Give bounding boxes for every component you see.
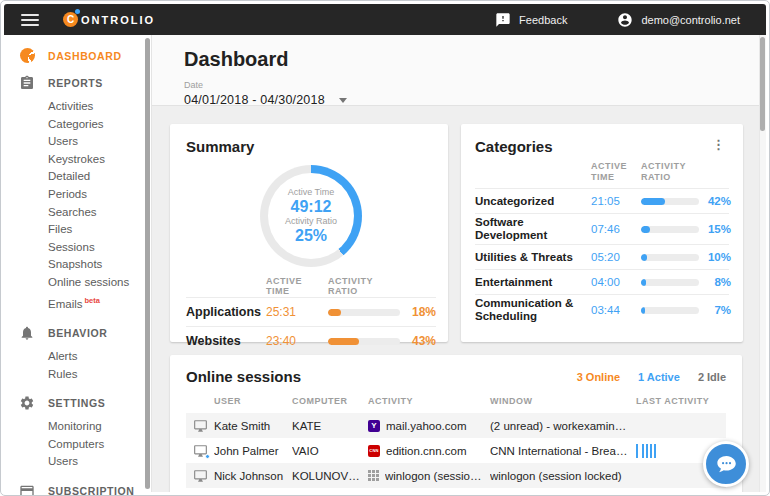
caret-down-icon [339,98,347,103]
sidebar: DASHBOARD REPORTS Activities Categories … [4,35,152,492]
categories-col-active-time: ACTIVE TIME [591,161,641,183]
controlio-logo[interactable]: C ONTROLIO [63,12,155,27]
sidebar-item-detailed[interactable]: Detailed [4,168,151,186]
logo-text: ONTROLIO [81,14,155,26]
sidebar-item-periods[interactable]: Periods [4,186,151,204]
active-session-dot [205,454,210,459]
sidebar-item-files[interactable]: Files [4,221,151,239]
main-area: Dashboard Date 04/01/2018 - 04/30/2018 S… [152,35,766,492]
session-row-john[interactable]: John Palmer VAIO CNNedition.cnn.com CNN … [186,438,726,463]
status-idle-count[interactable]: 2 Idle [698,371,726,383]
active-time-label: Active Time [288,187,335,197]
summary-row-websites: Websites 23:40 43% [186,326,436,355]
col-user: USER [214,396,292,406]
chat-bubble-icon [713,451,739,477]
date-range-value: 04/01/2018 - 04/30/2018 [184,93,325,107]
credit-card-icon [19,483,35,496]
sidebar-item-online-sessions[interactable]: Online sessions [4,274,151,292]
category-row: Communication & Scheduling 03:44 7% [475,294,729,325]
feedback-label: Feedback [519,14,567,26]
top-bar: C ONTROLIO Feedback demo@controlio.net [4,4,766,35]
sidebar-item-computers[interactable]: Computers [4,436,151,454]
sidebar-section-behavior[interactable]: BEHAVIOR [4,319,151,347]
sidebar-item-settings-users[interactable]: Users [4,453,151,471]
categories-title: Categories [475,138,553,155]
category-ratio-bar [641,279,699,286]
sidebar-item-categories[interactable]: Categories [4,116,151,134]
categories-card: Categories ⋮ ACTIVE TIME ACTIVITY RATIO … [461,124,743,342]
sidebar-item-snapshots[interactable]: Snapshots [4,256,151,274]
app-window: C ONTROLIO Feedback demo@controlio.net D… [0,0,770,496]
gear-icon [19,395,35,411]
chat-fab-button[interactable] [703,441,749,487]
sidebar-item-alerts[interactable]: Alerts [4,348,151,366]
sidebar-item-activities[interactable]: Activities [4,98,151,116]
col-computer: COMPUTER [292,396,368,406]
hamburger-menu-icon[interactable] [21,11,39,29]
websites-ratio-pct: 43% [402,334,436,348]
sidebar-section-subscription[interactable]: SUBSCRIPTION [4,477,151,496]
active-time-value: 49:12 [291,197,332,216]
applications-active-time: 25:31 [266,305,328,319]
summary-title: Summary [186,138,436,155]
sidebar-item-searches[interactable]: Searches [4,204,151,222]
user-account-menu[interactable]: demo@controlio.net [617,12,740,28]
category-ratio-bar [641,226,699,233]
col-last-activity: LAST ACTIVITY [636,396,726,406]
clipboard-icon [19,75,35,91]
sidebar-item-sessions[interactable]: Sessions [4,239,151,257]
category-row: Utilities & Threats 05:20 10% [475,244,729,269]
status-online-count[interactable]: 3 Online [577,371,620,383]
main-scrollbar-thumb[interactable] [760,37,765,131]
summary-col-active-time: ACTIVE TIME [266,276,328,296]
activity-ratio-label: Activity Ratio [285,216,337,226]
bell-icon [19,325,35,341]
feedback-button[interactable]: Feedback [495,12,567,28]
applications-ratio-bar [328,309,400,316]
category-ratio-bar [641,307,699,314]
sidebar-scrollbar-thumb[interactable] [145,38,150,489]
avatar-icon [617,12,633,28]
col-window: WINDOW [490,396,636,406]
session-row-kate[interactable]: Kate Smith KATE Ymail.yahoo.com (2 unrea… [186,413,726,438]
sidebar-item-rules[interactable]: Rules [4,366,151,384]
sidebar-item-dashboard[interactable]: DASHBOARD [4,42,151,69]
sidebar-item-monitoring[interactable]: Monitoring [4,418,151,436]
category-row: Software Development 07:46 15% [475,213,729,244]
cnn-icon: CNN [368,445,380,457]
categories-col-activity-ratio: ACTIVITY RATIO [641,161,697,183]
pie-chart-icon [20,48,35,63]
summary-col-activity-ratio: ACTIVITY RATIO [328,276,402,296]
kebab-menu-icon[interactable]: ⋮ [708,138,729,152]
category-row: Entertainment 04:00 8% [475,269,729,294]
sidebar-section-reports[interactable]: REPORTS [4,69,151,97]
monitor-icon-active [193,444,208,458]
monitor-icon [193,469,208,483]
yahoo-icon: Y [368,420,380,432]
sidebar-item-keystrokes[interactable]: Keystrokes [4,151,151,169]
main-scrollbar[interactable] [759,35,766,492]
page-header: Dashboard Date 04/01/2018 - 04/30/2018 [152,35,766,106]
logo-blue-dot-icon [75,9,80,14]
websites-active-time: 23:40 [266,334,328,348]
online-sessions-card: Online sessions 3 Online 1 Active 2 Idle… [170,355,742,492]
summary-donut-chart: Active Time 49:12 Activity Ratio 25% [260,165,362,267]
session-row-nick[interactable]: Nick Johnson KOLUNOVEE winlogon (session… [186,463,726,488]
date-label: Date [184,80,766,90]
online-sessions-title: Online sessions [186,368,301,385]
activity-ratio-value: 25% [295,226,327,245]
status-active-count[interactable]: 1 Active [638,371,680,383]
websites-ratio-bar [328,338,400,345]
sidebar-item-emails[interactable]: Emailsbeta [4,292,151,313]
applications-ratio-pct: 18% [402,305,436,319]
dashboard-content: Summary Active Time 49:12 Activity Ratio… [152,106,766,492]
beta-badge: beta [85,296,100,305]
summary-row-applications: Applications 25:31 18% [186,297,436,326]
category-ratio-bar [641,254,699,261]
col-activity: ACTIVITY [368,396,490,406]
feedback-icon [495,12,511,28]
sidebar-section-settings[interactable]: SETTINGS [4,389,151,417]
sidebar-item-users[interactable]: Users [4,133,151,151]
winlogon-grid-icon [368,470,379,481]
category-row: Uncategorized 21:05 42% [475,188,729,213]
